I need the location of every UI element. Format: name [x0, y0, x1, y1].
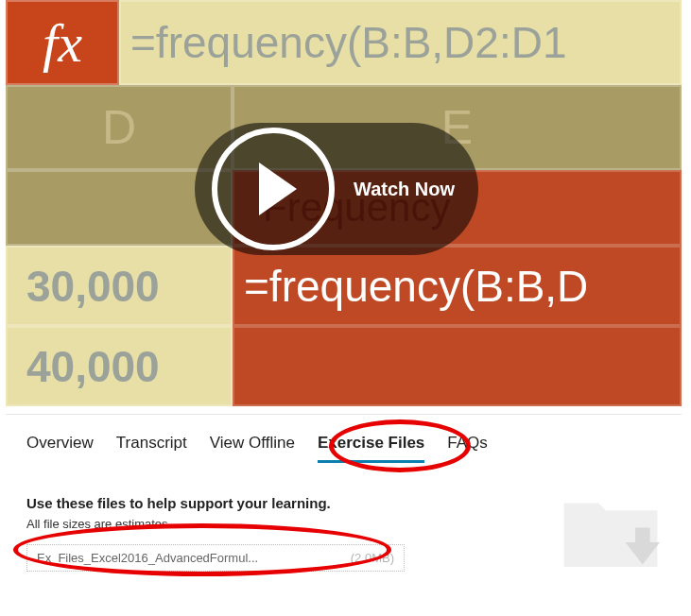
tab-transcript[interactable]: Transcript [116, 434, 187, 463]
file-size: (2.0MB) [351, 551, 394, 565]
tab-view-offline[interactable]: View Offline [210, 434, 295, 463]
download-file-link[interactable]: Ex_Files_Excel2016_AdvancedFormul... (2.… [26, 544, 405, 572]
watch-now-label: Watch Now [354, 179, 455, 200]
formula-cell-2 [233, 326, 682, 406]
tab-bar: Overview Transcript View Offline Exercis… [6, 415, 682, 472]
formula-bar: =frequency(B:B,D2:D1 [119, 0, 682, 85]
course-panel: Overview Transcript View Offline Exercis… [6, 414, 682, 581]
play-icon [212, 128, 335, 250]
value-cell-40000: 40,000 [6, 326, 233, 406]
video-thumbnail[interactable]: fx =frequency(B:B,D2:D1 D E Frequency 30… [6, 0, 682, 406]
play-button[interactable]: Watch Now [195, 123, 478, 255]
tab-faqs[interactable]: FAQs [447, 434, 488, 463]
tab-overview[interactable]: Overview [26, 434, 94, 463]
col-header-d: D [6, 85, 233, 170]
formula-cell-1: =frequency(B:B,D [233, 246, 682, 326]
file-name: Ex_Files_Excel2016_AdvancedFormul... [37, 551, 258, 565]
exercise-files-content: Use these files to help support your lea… [6, 472, 682, 581]
fx-box: fx [6, 0, 119, 85]
download-folder-icon [549, 469, 672, 591]
value-cell-30000: 30,000 [6, 246, 233, 326]
tab-exercise-files[interactable]: Exercise Files [318, 434, 424, 463]
